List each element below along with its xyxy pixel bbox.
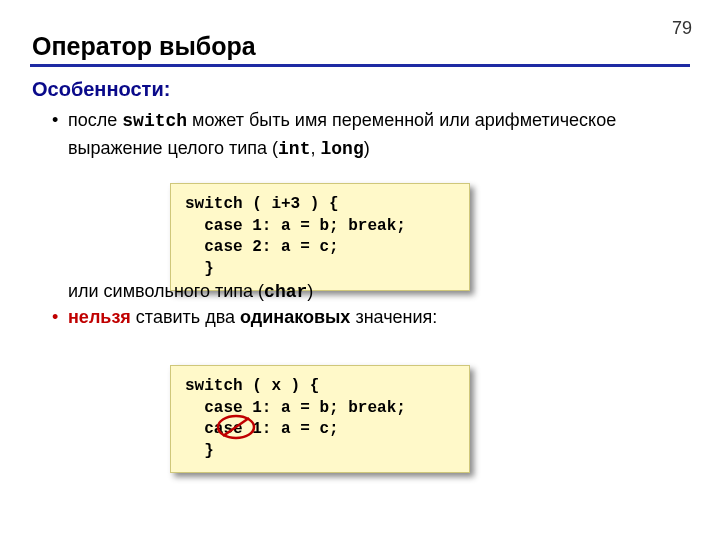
keyword-int: int (278, 139, 310, 159)
bullet-item-1: • после switch может быть имя переменной… (52, 107, 692, 163)
bullet-item-2: • нельзя ставить два одинаковых значения… (52, 307, 437, 328)
subheading: Особенности: (32, 78, 692, 101)
text: после (68, 110, 122, 130)
text: ) (307, 281, 313, 301)
page-title: Оператор выбора (32, 32, 256, 61)
keyword-long: long (320, 139, 363, 159)
keyword-switch: switch (122, 111, 187, 131)
text: значения: (350, 307, 437, 327)
text: , (310, 138, 320, 158)
bullet-dot-red: • (52, 307, 68, 328)
bullet-text: нельзя ставить два одинаковых значения: (68, 307, 437, 328)
text: ) (364, 138, 370, 158)
bullet-text: после switch может быть имя переменной и… (68, 107, 692, 163)
bullet-dot: • (52, 107, 68, 134)
keyword-char: char (264, 282, 307, 302)
code-block-2: switch ( x ) { case 1: a = b; break; cas… (170, 365, 470, 473)
page-number: 79 (672, 18, 692, 39)
code-block-1: switch ( i+3 ) { case 1: a = b; break; c… (170, 183, 470, 291)
title-underline (30, 64, 690, 67)
emphasis-red: нельзя (68, 307, 131, 327)
text: или символьного типа ( (68, 281, 264, 301)
continuation-line: или символьного типа (char) (68, 281, 313, 302)
text: ставить два (131, 307, 240, 327)
content-area: Особенности: • после switch может быть и… (32, 78, 692, 163)
emphasis-bold: одинаковых (240, 307, 350, 327)
